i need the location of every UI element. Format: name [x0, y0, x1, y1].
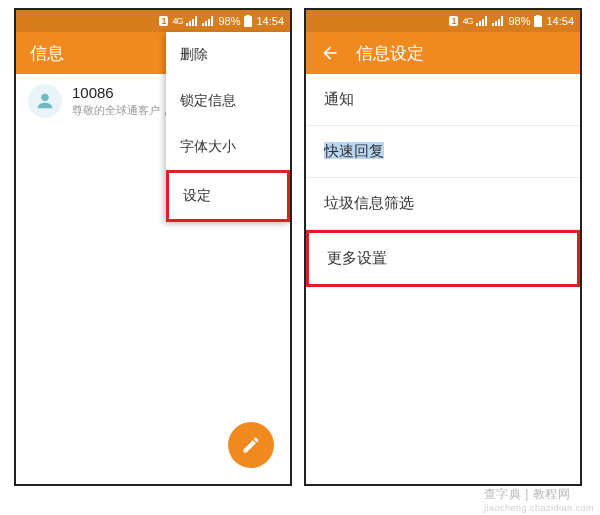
- settings-list: 通知 快速回复 垃圾信息筛选 更多设置: [306, 74, 580, 287]
- phone-right: 1 4G 98% 14:54 信息设定 通知 快速回复 垃圾信息筛选 更多设置: [304, 8, 582, 486]
- settings-item-notify[interactable]: 通知: [306, 74, 580, 126]
- network-indicator: 4G: [172, 16, 182, 26]
- page-title: 信息设定: [356, 42, 424, 65]
- menu-item-settings[interactable]: 设定: [166, 170, 290, 222]
- avatar: [28, 84, 62, 118]
- watermark: 查字典 | 教程网 jiaocheng.chazidian.com: [484, 486, 594, 513]
- statusbar: 1 4G 98% 14:54: [16, 10, 290, 32]
- battery-icon: [534, 15, 542, 27]
- settings-item-spam[interactable]: 垃圾信息筛选: [306, 178, 580, 230]
- svg-rect-3: [534, 16, 542, 27]
- wifi-signal-icon: [202, 16, 214, 26]
- sim-indicator: 1: [449, 16, 458, 26]
- arrow-left-icon: [320, 43, 340, 63]
- sim-indicator: 1: [159, 16, 168, 26]
- menu-item-delete[interactable]: 删除: [166, 32, 290, 78]
- settings-item-quickreply[interactable]: 快速回复: [306, 126, 580, 178]
- compose-icon: [241, 435, 261, 455]
- clock: 14:54: [546, 15, 574, 27]
- settings-item-more[interactable]: 更多设置: [306, 230, 580, 287]
- phone-left: 1 4G 98% 14:54 信息 10086 尊敬的全球通客户，1… 删除 锁…: [14, 8, 292, 486]
- battery-percent: 98%: [218, 15, 240, 27]
- person-icon: [34, 90, 56, 112]
- battery-percent: 98%: [508, 15, 530, 27]
- menu-item-fontsize[interactable]: 字体大小: [166, 124, 290, 170]
- page-title: 信息: [30, 42, 64, 65]
- clock: 14:54: [256, 15, 284, 27]
- svg-point-2: [41, 94, 48, 101]
- statusbar: 1 4G 98% 14:54: [306, 10, 580, 32]
- back-button[interactable]: [320, 43, 340, 63]
- network-indicator: 4G: [462, 16, 472, 26]
- settings-header: 信息设定: [306, 32, 580, 74]
- wifi-signal-icon: [492, 16, 504, 26]
- menu-item-lock[interactable]: 锁定信息: [166, 78, 290, 124]
- svg-rect-1: [246, 15, 250, 16]
- signal-icon: [476, 16, 488, 26]
- svg-rect-0: [244, 16, 252, 27]
- signal-icon: [186, 16, 198, 26]
- compose-fab[interactable]: [228, 422, 274, 468]
- overflow-menu: 删除 锁定信息 字体大小 设定: [166, 32, 290, 222]
- battery-icon: [244, 15, 252, 27]
- svg-rect-4: [536, 15, 540, 16]
